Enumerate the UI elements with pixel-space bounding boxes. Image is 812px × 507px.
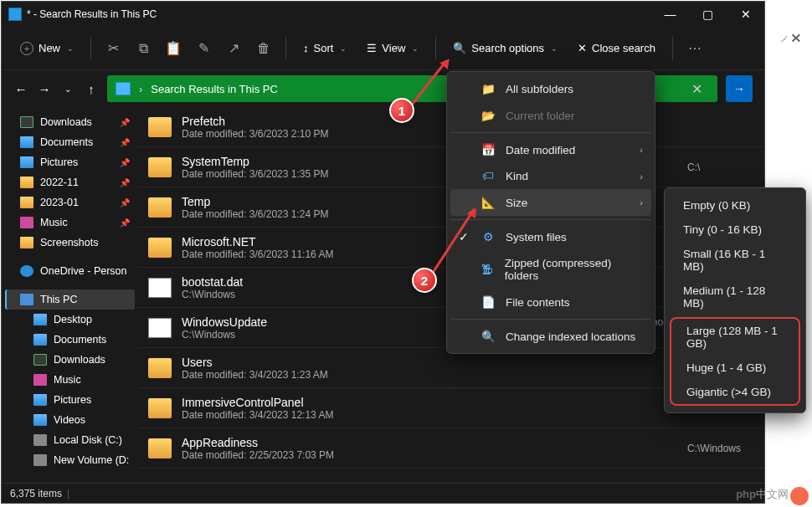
- menu-icon: 📄: [481, 295, 496, 309]
- location-icon: [116, 82, 131, 95]
- share-icon[interactable]: ↗: [220, 33, 247, 64]
- file-icon: [148, 358, 172, 378]
- menu-item[interactable]: 📅Date modified›: [450, 136, 651, 163]
- sidebar-item[interactable]: Videos: [5, 410, 135, 430]
- file-row[interactable]: AppReadinessDate modified: 2/25/2023 7:0…: [138, 428, 764, 469]
- sidebar-item[interactable]: Pictures: [5, 390, 135, 410]
- sort-button[interactable]: ↕ Sort⌄: [295, 37, 355, 59]
- clear-search-icon[interactable]: ✕: [685, 81, 709, 97]
- chevron-right-icon: ›: [640, 197, 643, 207]
- sidebar-item[interactable]: Documents📌: [5, 132, 135, 152]
- sidebar-item[interactable]: Documents: [5, 330, 135, 350]
- sidebar-item[interactable]: Desktop: [5, 310, 135, 330]
- chevron-right-icon: ›: [640, 172, 643, 182]
- maximize-button[interactable]: ▢: [689, 2, 727, 27]
- pin-icon: 📌: [120, 198, 130, 207]
- menu-item[interactable]: 🗜Zipped (compressed) folders: [450, 250, 651, 289]
- sidebar-item[interactable]: Music: [5, 370, 135, 390]
- recent-button[interactable]: ⌄: [60, 84, 75, 94]
- cut-icon[interactable]: ✂: [100, 33, 126, 64]
- sidebar-item[interactable]: 2023-01📌: [5, 192, 135, 213]
- paste-icon[interactable]: 📋: [160, 33, 187, 64]
- folder-icon: [20, 156, 33, 168]
- go-button[interactable]: →: [726, 75, 753, 102]
- size-option[interactable]: Medium (1 - 128 MB): [668, 279, 802, 315]
- menu-item[interactable]: ✓⚙System files: [450, 223, 651, 250]
- file-icon: [148, 197, 172, 218]
- sidebar-item[interactable]: OneDrive - Person: [5, 261, 135, 281]
- size-submenu: Empty (0 KB)Tiny (0 - 16 KB)Small (16 KB…: [664, 187, 806, 413]
- folder-icon: [20, 177, 33, 188]
- copy-icon[interactable]: ⧉: [130, 33, 157, 64]
- more-icon[interactable]: ⋯: [681, 33, 708, 64]
- sidebar-item[interactable]: Downloads: [5, 350, 135, 370]
- forward-button[interactable]: →: [37, 82, 52, 96]
- file-icon: [148, 438, 172, 458]
- pin-icon: 📌: [120, 178, 130, 187]
- folder-icon: [33, 414, 47, 426]
- breadcrumb-text: Search Results in This PC: [151, 83, 278, 95]
- view-button[interactable]: ☰ View⌄: [358, 37, 427, 59]
- menu-icon: 📁: [481, 82, 496, 95]
- folder-icon: [33, 374, 47, 386]
- folder-icon: [33, 314, 47, 325]
- check-icon: ✓: [459, 230, 470, 243]
- sidebar-item[interactable]: 2022-11📌: [5, 172, 135, 192]
- folder-icon: [33, 454, 47, 466]
- back-button[interactable]: ←: [13, 82, 28, 96]
- menu-item[interactable]: 📄File contents: [450, 289, 651, 315]
- menu-item[interactable]: 🏷Kind›: [450, 163, 651, 189]
- file-icon: [148, 318, 172, 338]
- close-search-button[interactable]: ✕ Close search: [569, 37, 664, 59]
- menu-icon: 📐: [481, 196, 496, 209]
- sidebar-item[interactable]: This PC: [5, 289, 135, 310]
- file-icon: [148, 117, 172, 137]
- menu-item[interactable]: 📐Size›: [450, 189, 651, 216]
- search-options-menu: 📁All subfolders📂Current folder📅Date modi…: [446, 71, 655, 354]
- minimize-button[interactable]: —: [651, 2, 689, 27]
- toolbar: +New⌄ ✂ ⧉ 📋 ✎ ↗ 🗑 ↕ Sort⌄ ☰ View⌄ 🔍 Sear…: [2, 27, 764, 70]
- window-title: * - Search Results in This PC: [27, 8, 157, 20]
- sidebar-item[interactable]: Downloads📌: [5, 112, 135, 132]
- menu-icon: 📅: [481, 143, 496, 156]
- watermark: php中文网: [736, 487, 789, 502]
- menu-icon: 🔍: [481, 330, 496, 343]
- status-bar: 6,375 items |: [2, 483, 764, 503]
- pin-icon: 📌: [120, 118, 130, 127]
- sidebar: Downloads📌Documents📌Pictures📌2022-11📌202…: [2, 107, 138, 483]
- folder-icon: [20, 197, 33, 208]
- search-options-button[interactable]: 🔍 Search options⌄: [445, 37, 566, 59]
- sidebar-item[interactable]: Music📌: [5, 213, 135, 233]
- titlebar: * - Search Results in This PC — ▢ ✕: [2, 2, 764, 27]
- sidebar-item[interactable]: New Volume (D:: [5, 450, 135, 470]
- folder-icon: [33, 434, 47, 446]
- highlighted-options: Large (128 MB - 1 GB)Huge (1 - 4 GB)Giga…: [670, 317, 800, 406]
- file-icon: [148, 398, 172, 418]
- folder-icon: [33, 354, 47, 366]
- size-option[interactable]: Tiny (0 - 16 KB): [668, 218, 802, 242]
- sidebar-item[interactable]: Local Disk (C:): [5, 430, 135, 450]
- sidebar-item[interactable]: Pictures📌: [5, 152, 135, 172]
- menu-icon: ⚙: [481, 230, 496, 243]
- size-option[interactable]: Huge (1 - 4 GB): [671, 356, 799, 380]
- folder-icon: [20, 136, 33, 148]
- file-icon: [148, 157, 172, 177]
- close-button[interactable]: ✕: [727, 2, 764, 27]
- folder-icon: [20, 237, 33, 248]
- sidebar-item[interactable]: Screenshots: [5, 233, 135, 253]
- folder-icon: [33, 334, 47, 346]
- up-button[interactable]: ↑: [84, 82, 99, 96]
- pin-icon: 📌: [120, 218, 130, 228]
- pin-icon: 📌: [120, 138, 130, 147]
- new-button[interactable]: +New⌄: [12, 37, 82, 60]
- menu-item[interactable]: 📁All subfolders: [450, 75, 651, 102]
- file-icon: [148, 238, 172, 258]
- size-option[interactable]: Gigantic (>4 GB): [671, 380, 799, 404]
- menu-item: 📂Current folder: [450, 102, 651, 129]
- menu-item[interactable]: 🔍Change indexed locations: [450, 323, 651, 350]
- size-option[interactable]: Large (128 MB - 1 GB): [671, 319, 799, 356]
- size-option[interactable]: Empty (0 KB): [668, 193, 802, 218]
- size-option[interactable]: Small (16 KB - 1 MB): [668, 242, 802, 279]
- rename-icon[interactable]: ✎: [190, 33, 217, 64]
- delete-icon[interactable]: 🗑: [250, 33, 277, 64]
